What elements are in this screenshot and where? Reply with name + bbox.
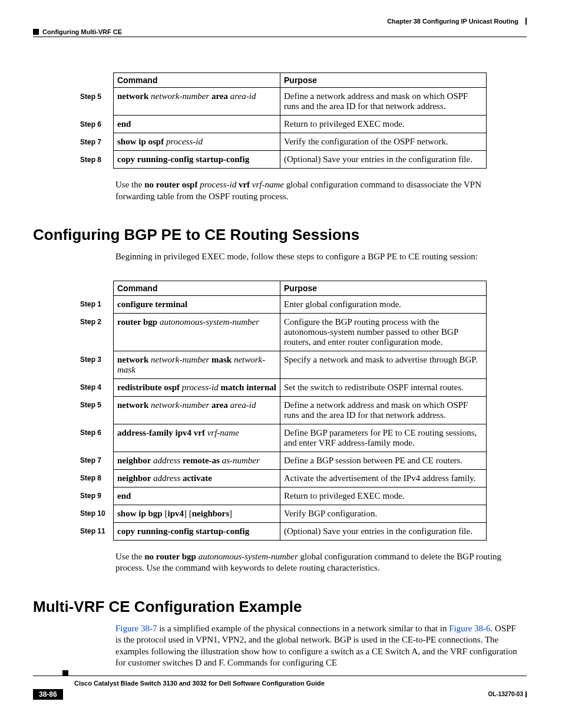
col-purpose: Purpose <box>280 73 487 88</box>
table-row: Step 1configure terminalEnter global con… <box>80 295 487 313</box>
step-label: Step 7 <box>80 133 114 151</box>
purpose-cell: (Optional) Save your entries in the conf… <box>280 522 487 540</box>
step-label: Step 8 <box>80 151 114 169</box>
command-cell: network network-number mask network-mask <box>114 351 280 378</box>
step-label: Step 8 <box>80 469 114 487</box>
purpose-cell: Define a network address and mask on whi… <box>280 396 487 424</box>
col-command: Command <box>114 281 280 295</box>
footer-rule <box>33 676 527 676</box>
heading-example: Multi-VRF CE Configuration Example <box>33 598 527 616</box>
purpose-cell: Verify BGP configuration. <box>280 505 487 522</box>
table-row: Step 7neighbor address remote-as as-numb… <box>80 452 487 469</box>
purpose-cell: Define BGP parameters for PE to CE routi… <box>280 424 487 452</box>
command-cell: network network-number area area-id <box>114 88 280 116</box>
doc-id: OL-13270-03 <box>488 691 527 697</box>
step-label: Step 2 <box>80 313 114 351</box>
example-para: Figure 38-7 is a simplified example of t… <box>115 623 521 669</box>
purpose-cell: Return to privileged EXEC mode. <box>280 487 487 505</box>
purpose-cell: Verify the configuration of the OSPF net… <box>280 133 487 151</box>
step-label: Step 7 <box>80 452 114 469</box>
command-cell: redistribute ospf process-id match inter… <box>114 378 280 396</box>
table-row: Step 8neighbor address activateActivate … <box>80 469 487 487</box>
page-header: Chapter 38 Configuring IP Unicast Routin… <box>33 18 527 25</box>
command-cell: neighbor address remote-as as-number <box>114 452 280 469</box>
step-label: Step 6 <box>80 424 114 452</box>
purpose-cell: Enter global configuration mode. <box>280 295 487 313</box>
command-cell: network network-number area area-id <box>114 396 280 424</box>
table-row: Step 5network network-number area area-i… <box>80 396 487 424</box>
purpose-cell: Return to privileged EXEC mode. <box>280 116 487 133</box>
command-cell: copy running-config startup-config <box>114 151 280 169</box>
command-cell: end <box>114 116 280 133</box>
command-cell: show ip bgp [ipv4] [neighbors] <box>114 505 280 522</box>
purpose-cell: Specify a network and mask to advertise … <box>280 351 487 378</box>
section-title: Configuring Multi-VRF CE <box>42 28 122 35</box>
table-row: Step 6endReturn to privileged EXEC mode. <box>80 116 487 133</box>
step-label: Step 11 <box>80 522 114 540</box>
step-label: Step 3 <box>80 351 114 378</box>
table-row: Step 2router bgp autonomous-system-numbe… <box>80 313 487 351</box>
step-label: Step 9 <box>80 487 114 505</box>
command-cell: neighbor address activate <box>114 469 280 487</box>
command-cell: end <box>114 487 280 505</box>
command-cell: configure terminal <box>114 295 280 313</box>
link-figure-38-6[interactable]: Figure 38-6 <box>449 624 490 633</box>
step-label: Step 10 <box>80 505 114 522</box>
ospf-note: Use the no router ospf process-id vrf vr… <box>115 179 521 202</box>
table-row: Step 4redistribute ospf process-id match… <box>80 378 487 396</box>
purpose-cell: Define a BGP session between PE and CE r… <box>280 452 487 469</box>
col-purpose: Purpose <box>280 281 487 295</box>
purpose-cell: Define a network address and mask on whi… <box>280 88 487 116</box>
purpose-cell: (Optional) Save your entries in the conf… <box>280 151 487 169</box>
footer-title: Cisco Catalyst Blade Switch 3130 and 303… <box>74 680 325 687</box>
col-command: Command <box>114 73 280 88</box>
bgp-steps-table: Command Purpose Step 1configure terminal… <box>80 281 487 541</box>
heading-bgp: Configuring BGP PE to CE Routing Session… <box>33 226 527 244</box>
footer-square-icon <box>62 670 68 676</box>
table-row: Step 11copy running-config startup-confi… <box>80 522 487 540</box>
table-row: Step 10show ip bgp [ipv4] [neighbors]Ver… <box>80 505 487 522</box>
chapter-label: Chapter 38 Configuring IP Unicast Routin… <box>387 18 518 25</box>
step-label: Step 5 <box>80 88 114 116</box>
header-square-icon <box>33 29 39 35</box>
step-label: Step 5 <box>80 396 114 424</box>
bgp-note: Use the no router bgp autonomous-system-… <box>115 551 521 574</box>
link-figure-38-7[interactable]: Figure 38-7 <box>115 624 157 633</box>
purpose-cell: Configure the BGP routing process with t… <box>280 313 487 351</box>
bgp-intro: Beginning in privileged EXEC mode, follo… <box>115 251 521 263</box>
ospf-steps-table: Command Purpose Step 5network network-nu… <box>80 73 487 169</box>
table-row: Step 9endReturn to privileged EXEC mode. <box>80 487 487 505</box>
page-number: 38-86 <box>33 689 63 700</box>
command-cell: address-family ipv4 vrf vrf-name <box>114 424 280 452</box>
section-header: Configuring Multi-VRF CE <box>33 28 527 37</box>
purpose-cell: Set the switch to redistribute OSPF inte… <box>280 378 487 396</box>
command-cell: copy running-config startup-config <box>114 522 280 540</box>
step-label: Step 4 <box>80 378 114 396</box>
command-cell: router bgp autonomous-system-number <box>114 313 280 351</box>
purpose-cell: Activate the advertisement of the IPv4 a… <box>280 469 487 487</box>
table-row: Step 3network network-number mask networ… <box>80 351 487 378</box>
table-row: Step 7show ip ospf process-idVerify the … <box>80 133 487 151</box>
step-label: Step 6 <box>80 116 114 133</box>
table-row: Step 8copy running-config startup-config… <box>80 151 487 169</box>
table-row: Step 5network network-number area area-i… <box>80 88 487 116</box>
command-cell: show ip ospf process-id <box>114 133 280 151</box>
table-row: Step 6address-family ipv4 vrf vrf-nameDe… <box>80 424 487 452</box>
step-label: Step 1 <box>80 295 114 313</box>
